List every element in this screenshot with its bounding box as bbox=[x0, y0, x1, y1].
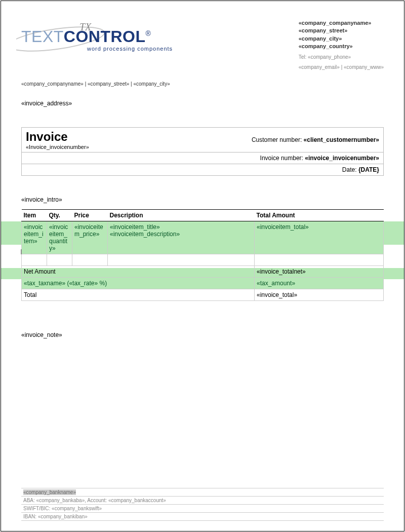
header-row: TX TEXTCONTROL® word processing componen… bbox=[21, 16, 384, 71]
invoice-note: «invoice_note» bbox=[21, 331, 384, 338]
text-cursor-icon: I bbox=[20, 248, 22, 256]
total-label: Total bbox=[22, 289, 255, 300]
empty-row[interactable] bbox=[22, 254, 384, 265]
customer-number-value: «client_customernumber» bbox=[304, 136, 379, 143]
invoice-date-label: Date: bbox=[342, 166, 358, 173]
items-header-row: Item Qty. Price Description Total Amount bbox=[22, 209, 384, 221]
invoice-number-value: «invoice_invoicenumber» bbox=[305, 155, 379, 162]
desc-field: «invoiceitem_title»«invoiceitem_descript… bbox=[108, 221, 255, 254]
company-street: «company_street» bbox=[299, 27, 384, 34]
total-value: «invoice_total» bbox=[255, 289, 384, 300]
company-tel-label: Tel: bbox=[299, 54, 308, 60]
bank-name-line: «company_bankname» bbox=[21, 488, 384, 497]
items-table-wrap: Item Qty. Price Description Total Amount… bbox=[21, 209, 384, 301]
price-field: «invoiceitem_price» bbox=[72, 221, 108, 254]
company-tel: «company_phone» bbox=[308, 54, 351, 60]
col-qty: Qty. bbox=[47, 209, 72, 221]
col-item: Item bbox=[22, 209, 47, 221]
logo-text-bold: CONTROL bbox=[64, 27, 146, 46]
col-price: Price bbox=[72, 209, 108, 221]
invoice-address: «invoice_address» bbox=[21, 100, 384, 107]
bank-swift-line: SWIFT/BIC: «company_bankswift» bbox=[21, 505, 384, 513]
invoice-intro: «invoice_intro» bbox=[21, 196, 384, 203]
company-contact: «company_email» | «company_www» bbox=[299, 64, 384, 71]
company-address-block: «company_companyname» «company_street» «… bbox=[299, 19, 384, 71]
logo-text-light: TEXT bbox=[21, 27, 64, 46]
item-row[interactable]: «invoiceitem_item» «invoiceitem_quantity… bbox=[22, 221, 384, 254]
customer-number-label: Customer number: bbox=[252, 136, 304, 143]
tax-value: «tax_amount» bbox=[255, 277, 384, 289]
invoice-header-table: Invoice «Invoice_invoicenumber» Customer… bbox=[21, 127, 384, 176]
tax-row[interactable]: «tax_taxname» («tax_rate» %) «tax_amount… bbox=[22, 277, 384, 289]
invoice-title: Invoice bbox=[26, 130, 163, 144]
net-row: Net Amount «invoice_totalnet» bbox=[22, 265, 384, 277]
col-total: Total Amount bbox=[255, 209, 384, 221]
bank-iban-line: IBAN: «company_bankiban» bbox=[21, 513, 384, 521]
bank-aba-line: ABA: «company_bankaba», Account: «compan… bbox=[21, 497, 384, 505]
item-field: «invoiceitem_item» bbox=[22, 221, 47, 254]
company-name: «company_companyname» bbox=[299, 19, 384, 27]
bank-name[interactable]: «company_bankname» bbox=[23, 489, 76, 495]
document-page: TX TEXTCONTROL® word processing componen… bbox=[1, 1, 404, 531]
tax-label: «tax_taxname» («tax_rate» %) bbox=[22, 277, 255, 289]
qty-field: «invoiceitem_quantity» bbox=[47, 221, 72, 254]
footer-bank-block: «company_bankname» ABA: «company_bankaba… bbox=[21, 488, 384, 521]
net-label: Net Amount bbox=[22, 265, 255, 277]
company-city: «company_city» bbox=[299, 35, 384, 43]
logo-subtitle: word processing components bbox=[87, 46, 173, 52]
company-country: «company_country» bbox=[299, 43, 384, 50]
items-table: Item Qty. Price Description Total Amount… bbox=[21, 209, 384, 301]
col-desc: Description bbox=[108, 209, 255, 221]
invoice-date-value: {DATE} bbox=[358, 166, 379, 173]
invoice-number-label: Invoice number: bbox=[260, 155, 305, 162]
net-value: «invoice_totalnet» bbox=[255, 265, 384, 277]
logo-reg: ® bbox=[145, 29, 151, 37]
company-inline-address: «company_companyname» | «company_street»… bbox=[21, 81, 384, 87]
invoice-number-under: «Invoice_invoicenumber» bbox=[26, 144, 163, 150]
total-row: Total «invoice_total» bbox=[22, 289, 384, 300]
total-field: «invoiceitem_total» bbox=[255, 221, 384, 254]
logo: TX TEXTCONTROL® word processing componen… bbox=[21, 16, 183, 62]
